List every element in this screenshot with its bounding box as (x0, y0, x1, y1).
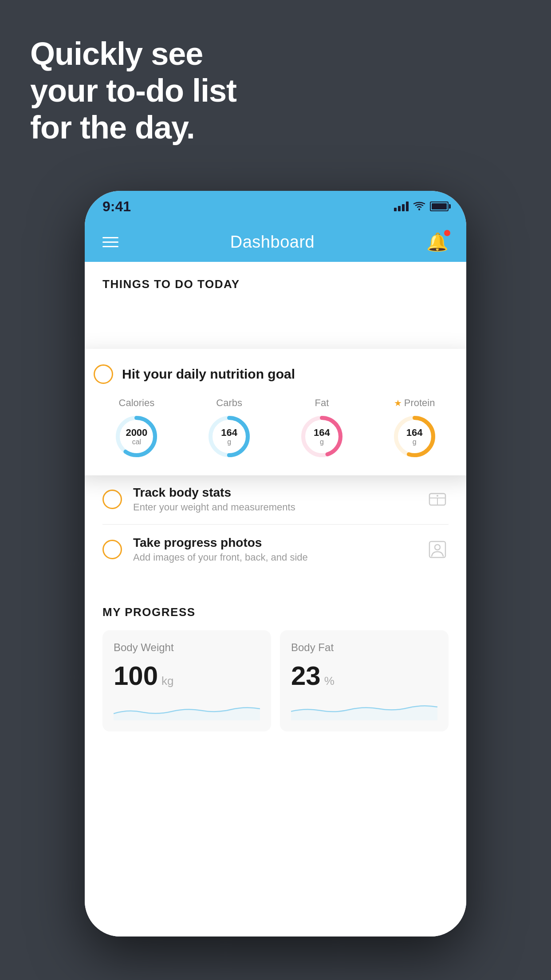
nutrition-protein: ★ Protein 164 g (371, 397, 457, 460)
nutrition-carbs: Carbs 164 g (186, 397, 272, 460)
photos-title: Take progress photos (133, 536, 415, 550)
photos-text: Take progress photos Add images of your … (133, 536, 415, 563)
calories-circle: 2000 cal (113, 413, 160, 460)
scale-icon (426, 488, 449, 510)
notification-button[interactable]: 🔔 (426, 232, 449, 253)
body-fat-unit: % (324, 674, 335, 688)
protein-label: Protein (404, 397, 435, 409)
svg-point-14 (435, 545, 440, 550)
phone-frame: 9:41 (85, 191, 466, 937)
carbs-text: 164 g (221, 427, 237, 446)
calories-label: Calories (119, 397, 155, 409)
screen-content: THINGS TO DO TODAY Hit your daily nutrit… (85, 262, 466, 937)
nav-bar: Dashboard 🔔 (85, 222, 466, 262)
body-weight-value: 100 kg (114, 663, 260, 689)
carbs-circle: 164 g (206, 413, 252, 460)
person-photo-icon (426, 538, 449, 561)
star-icon: ★ (394, 398, 402, 408)
hero-line-1: Quickly see (30, 36, 236, 72)
bodystats-check-circle[interactable] (102, 490, 122, 509)
body-weight-card-title: Body Weight (114, 641, 260, 654)
nutrition-card-title: Hit your daily nutrition goal (122, 367, 295, 382)
things-to-do-header: THINGS TO DO TODAY (85, 262, 466, 300)
body-fat-chart (291, 698, 437, 720)
body-weight-unit: kg (161, 674, 173, 688)
body-fat-number: 23 (291, 663, 321, 689)
todo-item-body-stats[interactable]: Track body stats Enter your weight and m… (102, 474, 449, 525)
menu-button[interactable] (102, 237, 118, 247)
protein-circle: 164 g (391, 413, 438, 460)
nav-title: Dashboard (230, 233, 315, 252)
notification-badge (444, 230, 450, 236)
body-weight-chart (114, 698, 260, 720)
hero-text: Quickly see your to-do list for the day. (30, 36, 236, 146)
fat-text: 164 g (314, 427, 330, 446)
photos-check-circle[interactable] (102, 540, 122, 559)
protein-label-row: ★ Protein (394, 397, 435, 409)
progress-section: MY PROGRESS Body Weight 100 kg (85, 588, 466, 745)
signal-icon (394, 202, 409, 211)
nutrition-fat: Fat 164 g (279, 397, 365, 460)
things-to-do-title: THINGS TO DO TODAY (102, 277, 449, 291)
hero-line-3: for the day. (30, 109, 236, 146)
status-icons (394, 202, 449, 211)
bodystats-text: Track body stats Enter your weight and m… (133, 486, 415, 513)
wifi-icon (413, 202, 425, 211)
photos-subtitle: Add images of your front, back, and side (133, 552, 415, 563)
progress-section-title: MY PROGRESS (102, 605, 449, 619)
battery-icon (430, 202, 449, 211)
status-bar: 9:41 (85, 191, 466, 222)
calories-text: 2000 cal (126, 427, 147, 446)
body-fat-card-title: Body Fat (291, 641, 437, 654)
protein-text: 164 g (406, 427, 423, 446)
fat-circle: 164 g (299, 413, 345, 460)
todo-item-photos[interactable]: Take progress photos Add images of your … (102, 525, 449, 574)
body-fat-value: 23 % (291, 663, 437, 689)
bodystats-title: Track body stats (133, 486, 415, 500)
fat-label: Fat (315, 397, 329, 409)
nutrition-card-header: Hit your daily nutrition goal (94, 364, 457, 384)
nutrition-circles: Calories 2000 cal (94, 397, 457, 460)
nutrition-check-circle[interactable] (94, 364, 113, 384)
carbs-label: Carbs (216, 397, 242, 409)
progress-cards: Body Weight 100 kg (102, 630, 449, 731)
body-weight-number: 100 (114, 663, 158, 689)
nutrition-card: Hit your daily nutrition goal Calories (85, 349, 466, 475)
body-fat-card[interactable]: Body Fat 23 % (280, 630, 449, 731)
svg-point-0 (418, 209, 420, 210)
nutrition-calories: Calories 2000 cal (94, 397, 180, 460)
svg-point-12 (437, 495, 438, 497)
hero-line-2: your to-do list (30, 72, 236, 109)
phone-screen: 9:41 (85, 191, 466, 937)
body-weight-card[interactable]: Body Weight 100 kg (102, 630, 271, 731)
bodystats-subtitle: Enter your weight and measurements (133, 502, 415, 513)
status-time: 9:41 (102, 198, 131, 215)
